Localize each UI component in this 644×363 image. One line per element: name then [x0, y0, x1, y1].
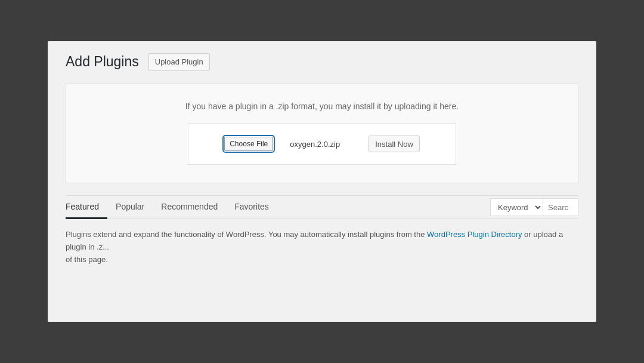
upload-area: If you have a plugin in a .zip format, y…	[66, 83, 578, 183]
plugin-directory-link[interactable]: WordPress Plugin Directory	[427, 230, 522, 239]
tab-recommended[interactable]: Recommended	[153, 196, 226, 219]
page-title: Add Plugins	[66, 53, 139, 71]
page-description: Plugins extend and expand the functional…	[66, 229, 578, 266]
plugin-search-input[interactable]	[543, 198, 578, 216]
upload-plugin-button[interactable]: Upload Plugin	[148, 53, 210, 71]
install-now-button[interactable]: Install Now	[369, 136, 420, 152]
tabs-area: Featured Popular Recommended Favorites K…	[66, 195, 578, 266]
description-line2: of this page.	[66, 255, 108, 264]
file-name-display: oxygen.2.0.zip	[279, 140, 351, 149]
page-header: Add Plugins Upload Plugin	[66, 53, 578, 71]
tabs-nav: Featured Popular Recommended Favorites K…	[66, 196, 578, 219]
keyword-select[interactable]: Keyword Author Tag	[490, 198, 543, 216]
tab-favorites[interactable]: Favorites	[226, 196, 277, 219]
wp-admin-window: Add Plugins Upload Plugin If you have a …	[48, 41, 596, 322]
tab-popular[interactable]: Popular	[107, 196, 153, 219]
page-content: Add Plugins Upload Plugin If you have a …	[48, 41, 596, 322]
upload-description: If you have a plugin in a .zip format, y…	[78, 101, 566, 111]
file-upload-row: Choose File oxygen.2.0.zip Install Now	[188, 123, 456, 165]
choose-file-button[interactable]: Choose File	[224, 137, 273, 151]
tab-featured[interactable]: Featured	[66, 196, 107, 219]
tabs-right: Keyword Author Tag	[490, 198, 578, 216]
description-text: Plugins extend and expand the functional…	[66, 230, 427, 239]
